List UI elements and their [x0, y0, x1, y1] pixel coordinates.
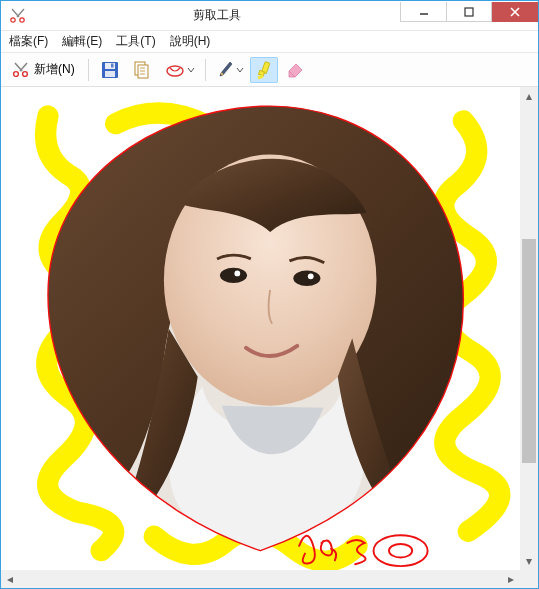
- content-area: ▴ ▾ ◂ ▸: [1, 87, 538, 588]
- eraser-button[interactable]: [280, 57, 310, 83]
- send-snip-button[interactable]: [159, 57, 199, 83]
- new-snip-button[interactable]: 新增(N): [7, 57, 82, 83]
- highlighter-button[interactable]: [250, 57, 278, 83]
- svg-point-1: [20, 17, 24, 21]
- window-controls: [400, 1, 538, 30]
- close-icon: [509, 6, 521, 18]
- copy-button[interactable]: [127, 57, 157, 83]
- new-snip-label: 新增(N): [34, 61, 75, 78]
- svg-point-4: [14, 71, 19, 76]
- minimize-button[interactable]: [400, 2, 446, 22]
- menu-bar: 檔案(F) 編輯(E) 工具(T) 說明(H): [1, 31, 538, 53]
- svg-point-21: [220, 268, 247, 283]
- scroll-up-arrow[interactable]: ▴: [520, 87, 538, 105]
- canvas-svg: [1, 87, 520, 570]
- chevron-down-icon: [235, 66, 245, 74]
- horizontal-scrollbar[interactable]: ◂ ▸: [1, 570, 520, 588]
- menu-help[interactable]: 說明(H): [170, 33, 211, 50]
- svg-point-22: [293, 271, 320, 286]
- toolbar: 新增(N): [1, 53, 538, 87]
- copy-icon: [132, 60, 152, 80]
- svg-rect-8: [105, 71, 115, 77]
- separator: [88, 59, 89, 81]
- save-button[interactable]: [95, 57, 125, 83]
- eraser-icon: [285, 61, 305, 79]
- scroll-right-arrow[interactable]: ▸: [502, 570, 520, 588]
- highlighter-icon: [255, 60, 273, 80]
- scroll-thumb[interactable]: [522, 239, 536, 463]
- mail-icon: [164, 61, 186, 79]
- scissors-icon: [12, 61, 30, 79]
- title-bar: 剪取工具: [1, 1, 538, 31]
- scroll-down-arrow[interactable]: ▾: [520, 552, 538, 570]
- maximize-icon: [463, 6, 475, 18]
- floppy-icon: [100, 60, 120, 80]
- minimize-icon: [418, 6, 430, 18]
- scroll-left-arrow[interactable]: ◂: [1, 570, 19, 588]
- menu-tools[interactable]: 工具(T): [116, 33, 155, 50]
- svg-point-0: [11, 17, 15, 21]
- pen-button[interactable]: [212, 57, 248, 83]
- svg-rect-9: [111, 63, 114, 67]
- window-title: 剪取工具: [33, 7, 400, 24]
- chevron-down-icon: [186, 66, 196, 74]
- close-button[interactable]: [492, 2, 538, 22]
- svg-point-5: [23, 71, 28, 76]
- snip-canvas[interactable]: [1, 87, 520, 570]
- scissors-app-icon: [9, 7, 27, 25]
- svg-rect-3: [465, 8, 473, 16]
- scroll-track[interactable]: [520, 105, 538, 552]
- svg-point-23: [234, 271, 240, 277]
- maximize-button[interactable]: [446, 2, 492, 22]
- menu-edit[interactable]: 編輯(E): [62, 33, 102, 50]
- app-window: 剪取工具 檔案(F) 編輯(E) 工具(T) 說明(H) 新增(N): [0, 0, 539, 589]
- svg-point-24: [308, 273, 314, 279]
- pen-icon: [217, 60, 235, 80]
- separator: [205, 59, 206, 81]
- vertical-scrollbar[interactable]: ▴ ▾: [520, 87, 538, 570]
- menu-file[interactable]: 檔案(F): [9, 33, 48, 50]
- scroll-corner: [520, 570, 538, 588]
